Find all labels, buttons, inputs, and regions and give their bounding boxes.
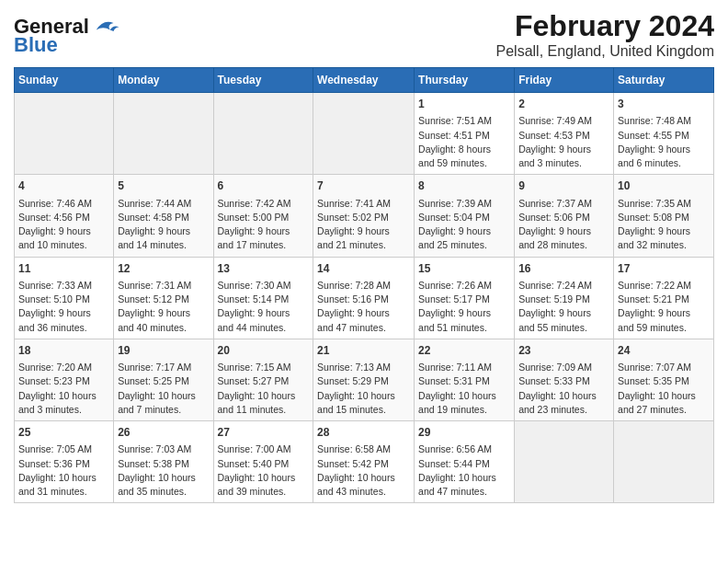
day-info: Sunrise: 7:35 AMSunset: 5:08 PMDaylight:… [618,197,710,253]
day-number: 24 [618,343,710,359]
calendar-cell [114,93,213,175]
day-info: Sunrise: 7:30 AMSunset: 5:14 PMDaylight:… [218,279,310,335]
calendar-cell: 9Sunrise: 7:37 AMSunset: 5:06 PMDaylight… [515,175,614,257]
day-number: 27 [218,425,310,441]
day-info: Sunrise: 7:03 AMSunset: 5:38 PMDaylight:… [118,442,209,499]
day-info: Sunrise: 7:11 AMSunset: 5:31 PMDaylight:… [418,361,510,417]
day-info: Sunrise: 7:31 AMSunset: 5:12 PMDaylight:… [118,279,209,335]
calendar-cell: 11Sunrise: 7:33 AMSunset: 5:10 PMDayligh… [15,257,114,339]
calendar-cell: 15Sunrise: 7:26 AMSunset: 5:17 PMDayligh… [415,257,515,339]
logo-text-blue: Blue [14,35,58,55]
calendar-cell [15,93,114,175]
week-row-4: 18Sunrise: 7:20 AMSunset: 5:23 PMDayligh… [15,339,714,420]
day-info: Sunrise: 7:48 AMSunset: 4:55 PMDaylight:… [618,114,710,170]
day-number: 22 [418,343,510,359]
day-number: 19 [118,343,209,359]
calendar-cell: 4Sunrise: 7:46 AMSunset: 4:56 PMDaylight… [15,175,114,257]
day-number: 21 [317,343,410,359]
logo-bird-icon [93,17,120,34]
day-info: Sunrise: 7:13 AMSunset: 5:29 PMDaylight:… [317,361,410,417]
day-info: Sunrise: 7:37 AMSunset: 5:06 PMDaylight:… [518,197,609,253]
calendar-cell: 22Sunrise: 7:11 AMSunset: 5:31 PMDayligh… [415,339,515,420]
column-header-wednesday: Wednesday [313,68,415,93]
column-header-saturday: Saturday [614,68,714,93]
day-number: 29 [418,425,510,441]
day-number: 17 [618,261,710,277]
calendar-cell: 17Sunrise: 7:22 AMSunset: 5:21 PMDayligh… [614,257,714,339]
day-number: 7 [317,178,410,194]
calendar-cell: 25Sunrise: 7:05 AMSunset: 5:36 PMDayligh… [15,421,114,503]
day-number: 25 [18,425,109,441]
calendar-cell: 21Sunrise: 7:13 AMSunset: 5:29 PMDayligh… [313,339,415,420]
day-info: Sunrise: 7:07 AMSunset: 5:35 PMDaylight:… [618,361,710,417]
day-info: Sunrise: 7:00 AMSunset: 5:40 PMDaylight:… [218,442,310,499]
calendar-cell: 13Sunrise: 7:30 AMSunset: 5:14 PMDayligh… [213,257,313,339]
day-info: Sunrise: 7:44 AMSunset: 4:58 PMDaylight:… [118,197,209,253]
day-number: 4 [18,178,109,194]
week-row-5: 25Sunrise: 7:05 AMSunset: 5:36 PMDayligh… [15,421,714,503]
day-number: 3 [618,97,710,112]
calendar-cell [515,421,614,503]
day-info: Sunrise: 7:46 AMSunset: 4:56 PMDaylight:… [18,197,109,253]
week-row-3: 11Sunrise: 7:33 AMSunset: 5:10 PMDayligh… [15,257,714,339]
day-info: Sunrise: 7:49 AMSunset: 4:53 PMDaylight:… [518,114,609,170]
day-number: 16 [518,261,609,277]
day-number: 5 [118,178,209,194]
day-info: Sunrise: 7:28 AMSunset: 5:16 PMDaylight:… [317,279,410,335]
calendar-cell: 18Sunrise: 7:20 AMSunset: 5:23 PMDayligh… [15,339,114,420]
day-number: 11 [18,261,109,277]
page-subtitle: Pelsall, England, United Kingdom [496,43,714,60]
calendar-cell: 16Sunrise: 7:24 AMSunset: 5:19 PMDayligh… [515,257,614,339]
day-info: Sunrise: 7:51 AMSunset: 4:51 PMDaylight:… [418,114,510,170]
calendar-cell [213,93,313,175]
calendar-cell: 2Sunrise: 7:49 AMSunset: 4:53 PMDaylight… [515,93,614,175]
day-info: Sunrise: 7:26 AMSunset: 5:17 PMDaylight:… [418,279,510,335]
day-info: Sunrise: 7:33 AMSunset: 5:10 PMDaylight:… [18,279,109,335]
logo: General Blue [14,17,120,55]
day-info: Sunrise: 7:09 AMSunset: 5:33 PMDaylight:… [518,361,609,417]
calendar-table: SundayMondayTuesdayWednesdayThursdayFrid… [14,67,714,503]
day-info: Sunrise: 7:20 AMSunset: 5:23 PMDaylight:… [18,361,109,417]
calendar-cell: 29Sunrise: 6:56 AMSunset: 5:44 PMDayligh… [415,421,515,503]
calendar-cell: 10Sunrise: 7:35 AMSunset: 5:08 PMDayligh… [614,175,714,257]
day-info: Sunrise: 7:17 AMSunset: 5:25 PMDaylight:… [118,361,209,417]
day-info: Sunrise: 7:39 AMSunset: 5:04 PMDaylight:… [418,197,510,253]
calendar-cell: 1Sunrise: 7:51 AMSunset: 4:51 PMDaylight… [415,93,515,175]
day-number: 28 [317,425,410,441]
calendar-cell: 5Sunrise: 7:44 AMSunset: 4:58 PMDaylight… [114,175,213,257]
calendar-cell [313,93,415,175]
page-header: General Blue February 2024 Pelsall, Engl… [14,9,714,60]
day-info: Sunrise: 7:15 AMSunset: 5:27 PMDaylight:… [218,361,310,417]
column-header-sunday: Sunday [15,68,114,93]
page-title: February 2024 [496,9,714,43]
day-info: Sunrise: 7:41 AMSunset: 5:02 PMDaylight:… [317,197,410,253]
day-info: Sunrise: 7:22 AMSunset: 5:21 PMDaylight:… [618,279,710,335]
day-number: 18 [18,343,109,359]
calendar-cell: 7Sunrise: 7:41 AMSunset: 5:02 PMDaylight… [313,175,415,257]
week-row-1: 1Sunrise: 7:51 AMSunset: 4:51 PMDaylight… [15,93,714,175]
day-number: 6 [218,178,310,194]
day-number: 8 [418,178,510,194]
day-number: 10 [618,178,710,194]
day-number: 26 [118,425,209,441]
title-block: February 2024 Pelsall, England, United K… [496,9,714,60]
column-header-tuesday: Tuesday [213,68,313,93]
calendar-cell: 27Sunrise: 7:00 AMSunset: 5:40 PMDayligh… [213,421,313,503]
calendar-cell: 23Sunrise: 7:09 AMSunset: 5:33 PMDayligh… [515,339,614,420]
calendar-cell: 28Sunrise: 6:58 AMSunset: 5:42 PMDayligh… [313,421,415,503]
column-header-thursday: Thursday [415,68,515,93]
day-info: Sunrise: 6:58 AMSunset: 5:42 PMDaylight:… [317,442,410,499]
calendar-cell: 20Sunrise: 7:15 AMSunset: 5:27 PMDayligh… [213,339,313,420]
column-header-friday: Friday [515,68,614,93]
day-number: 14 [317,261,410,277]
day-info: Sunrise: 6:56 AMSunset: 5:44 PMDaylight:… [418,442,510,499]
calendar-cell: 6Sunrise: 7:42 AMSunset: 5:00 PMDaylight… [213,175,313,257]
day-number: 12 [118,261,209,277]
calendar-cell: 12Sunrise: 7:31 AMSunset: 5:12 PMDayligh… [114,257,213,339]
day-number: 23 [518,343,609,359]
calendar-cell: 26Sunrise: 7:03 AMSunset: 5:38 PMDayligh… [114,421,213,503]
day-number: 9 [518,178,609,194]
day-number: 20 [218,343,310,359]
day-number: 2 [518,97,609,112]
calendar-cell [614,421,714,503]
